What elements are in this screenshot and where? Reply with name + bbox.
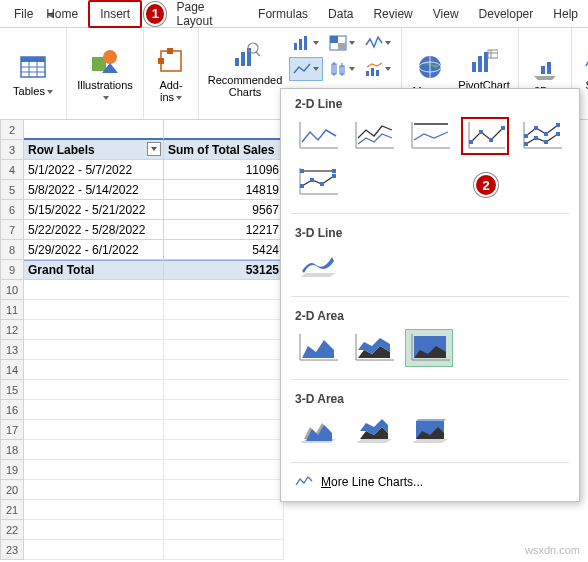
svg-rect-56 (469, 140, 473, 144)
step-badge-2: 2 (474, 173, 498, 197)
row-header[interactable]: 15 (0, 380, 24, 400)
section-3d-line: 3-D Line (281, 218, 579, 246)
cell[interactable]: Grand Total (24, 260, 164, 280)
cell[interactable]: 5/22/2022 - 5/28/2022 (24, 220, 164, 240)
svg-rect-41 (488, 50, 498, 58)
row-header[interactable]: 8 (0, 240, 24, 260)
svg-marker-100 (416, 419, 446, 421)
svg-rect-17 (294, 43, 297, 50)
tab-view[interactable]: View (423, 2, 469, 26)
tab-help[interactable]: Help (543, 2, 588, 26)
row-header[interactable]: 22 (0, 520, 24, 540)
tab-data[interactable]: Data (318, 2, 363, 26)
section-3d-area: 3-D Area (281, 384, 579, 412)
recommended-charts-button[interactable]: Recommended Charts (205, 38, 285, 100)
combo-chart-button[interactable] (361, 57, 395, 81)
bar-chart-button[interactable] (289, 31, 323, 55)
cell[interactable]: 53125 (164, 260, 284, 280)
svg-rect-76 (332, 174, 336, 178)
row-header[interactable]: 3 (0, 140, 24, 160)
chart-3d-stacked-area[interactable] (349, 412, 397, 450)
row-header[interactable]: 23 (0, 540, 24, 560)
chart-line[interactable] (293, 117, 341, 155)
row-header[interactable]: 16 (0, 400, 24, 420)
svg-rect-39 (478, 56, 482, 72)
cell[interactable]: 12217 (164, 220, 284, 240)
svg-rect-44 (541, 66, 545, 74)
svg-rect-12 (235, 58, 239, 66)
spark-icon (581, 45, 588, 77)
addins-button[interactable]: Add- ins (150, 43, 192, 105)
tab-review[interactable]: Review (363, 2, 422, 26)
svg-rect-77 (300, 169, 304, 173)
svg-rect-13 (241, 52, 245, 66)
shapes-icon (89, 45, 121, 77)
chart-area[interactable] (293, 329, 341, 367)
tab-home[interactable]: Home (56, 2, 88, 26)
row-header[interactable]: 4 (0, 160, 24, 180)
statistic-chart-button[interactable] (325, 57, 359, 81)
hierarchy-chart-button[interactable] (325, 31, 359, 55)
cell[interactable]: 5424 (164, 240, 284, 260)
tables-button[interactable]: Tables (6, 49, 60, 99)
tab-file[interactable]: File (4, 2, 43, 26)
stock-chart-button[interactable] (361, 31, 395, 55)
cell[interactable]: 11096 (164, 160, 284, 180)
row-header[interactable]: 17 (0, 420, 24, 440)
svg-rect-68 (544, 132, 548, 136)
more-line-icon (295, 475, 313, 489)
column-header[interactable]: Row Labels (24, 140, 164, 160)
chart-stacked-line-markers[interactable] (517, 117, 565, 155)
row-header[interactable]: 7 (0, 220, 24, 240)
tab-developer[interactable]: Developer (469, 2, 544, 26)
row-header[interactable]: 14 (0, 360, 24, 380)
row-header[interactable]: 18 (0, 440, 24, 460)
addins-icon (155, 45, 187, 77)
cell[interactable]: 5/29/2022 - 6/1/2022 (24, 240, 164, 260)
svg-rect-28 (371, 68, 374, 76)
tab-insert[interactable]: Insert (88, 0, 142, 28)
svg-rect-74 (310, 178, 314, 182)
chart-100-stacked-line-markers[interactable] (293, 163, 341, 201)
chart-stacked-line[interactable] (349, 117, 397, 155)
row-header[interactable]: 5 (0, 180, 24, 200)
line-chart-button[interactable] (289, 57, 323, 81)
row-header[interactable]: 6 (0, 200, 24, 220)
row-header[interactable]: 2 (0, 120, 24, 140)
chart-stacked-area[interactable] (349, 329, 397, 367)
cell[interactable]: 5/15/2022 - 5/21/2022 (24, 200, 164, 220)
row-header[interactable]: 21 (0, 500, 24, 520)
chart-100-stacked-line[interactable] (405, 117, 453, 155)
svg-line-16 (256, 52, 260, 56)
cell[interactable]: 5/8/2022 - 5/14/2022 (24, 180, 164, 200)
section-2d-area: 2-D Area (281, 301, 579, 329)
chart-3d-line[interactable] (293, 246, 341, 284)
row-header[interactable]: 11 (0, 300, 24, 320)
cell[interactable]: 14819 (164, 180, 284, 200)
svg-rect-57 (479, 130, 483, 134)
cell[interactable]: 5/1/2022 - 5/7/2022 (24, 160, 164, 180)
row-header[interactable]: 20 (0, 480, 24, 500)
svg-rect-64 (544, 140, 548, 144)
watermark: wsxdn.com (525, 544, 580, 556)
tab-formulas[interactable]: Formulas (248, 2, 318, 26)
row-header[interactable]: 12 (0, 320, 24, 340)
filter-dropdown[interactable] (147, 142, 161, 156)
column-header[interactable]: Sum of Total Sales (164, 140, 284, 160)
3dmap-icon (529, 51, 561, 83)
svg-rect-29 (376, 70, 379, 76)
row-header[interactable]: 9 (0, 260, 24, 280)
pivotchart-icon (468, 45, 500, 77)
row-header[interactable]: 10 (0, 280, 24, 300)
more-line-charts[interactable]: More Line Charts... (281, 467, 579, 497)
illustrations-button[interactable]: Illustrations (73, 43, 137, 105)
row-header[interactable]: 13 (0, 340, 24, 360)
cell[interactable]: 9567 (164, 200, 284, 220)
chart-line-markers[interactable] (461, 117, 509, 155)
svg-rect-58 (489, 138, 493, 142)
chart-3d-area[interactable] (293, 412, 341, 450)
row-header[interactable]: 19 (0, 460, 24, 480)
chart-3d-100-stacked-area[interactable] (405, 412, 453, 450)
chart-100-stacked-area[interactable] (405, 329, 453, 367)
svg-rect-63 (534, 136, 538, 140)
